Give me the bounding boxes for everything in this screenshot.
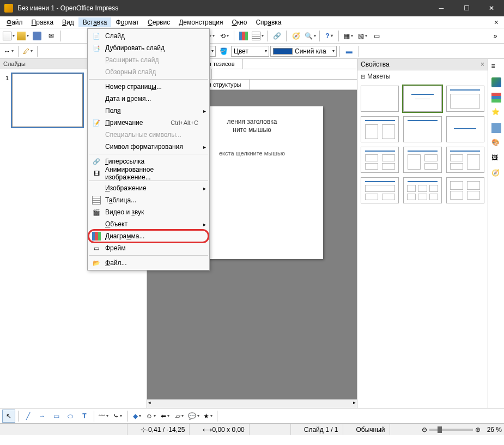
- zoom-in-button[interactable]: ⊕: [475, 426, 481, 434]
- menu-file[interactable]: Файл: [2, 17, 27, 27]
- slide-layout-button[interactable]: ▦: [342, 29, 355, 43]
- video-icon: 🎬: [91, 208, 102, 217]
- save-button[interactable]: [31, 29, 44, 43]
- layout-2x2[interactable]: [361, 147, 399, 173]
- menu-insert-image[interactable]: Изображение: [89, 182, 208, 194]
- close-document-button[interactable]: ×: [491, 18, 502, 27]
- duplicate-icon: 📑: [91, 44, 102, 52]
- maximize-button[interactable]: ☐: [454, 0, 479, 16]
- menu-insert-frame[interactable]: ▭Фрейм: [89, 242, 208, 254]
- menu-insert-duplicate-slide[interactable]: 📑Дублировать слайд: [89, 42, 208, 54]
- menu-format[interactable]: Формат: [111, 17, 143, 27]
- menu-insert-date-time[interactable]: Дата и время...: [89, 93, 208, 105]
- layout-4content[interactable]: [446, 177, 484, 203]
- layout-top-2bottom[interactable]: [361, 177, 399, 203]
- zoom-value[interactable]: 26 %: [487, 426, 502, 434]
- line-arrow-button[interactable]: ↔: [2, 45, 15, 58]
- menubar: Файл Правка Вид Вставка Формат Сервис Де…: [0, 16, 504, 28]
- basic-shapes-tool[interactable]: ◆: [130, 410, 143, 423]
- statusbar: ⊹ -0,41 / -14,25 ⟷ 0,00 x 0,00 Слайд 1 /…: [0, 423, 504, 435]
- connector-tool[interactable]: ⤷: [111, 410, 124, 423]
- callouts-tool[interactable]: 💬: [187, 410, 200, 423]
- menu-insert-object[interactable]: Объект: [89, 218, 208, 230]
- layout-blank[interactable]: [361, 86, 399, 112]
- layout-centered-text[interactable]: [446, 116, 484, 142]
- layout-2left-right[interactable]: [446, 147, 484, 173]
- help-button[interactable]: ?: [323, 29, 336, 43]
- slide-text-placeholder[interactable]: екста щелкните мышью: [192, 150, 312, 157]
- layout-6content[interactable]: [403, 177, 441, 203]
- sidebar-styles-icon[interactable]: 🎨: [491, 139, 501, 148]
- toolbar-more-button[interactable]: »: [489, 29, 502, 43]
- line-tool[interactable]: ╱: [21, 410, 34, 423]
- shadow-button[interactable]: ▬: [343, 45, 356, 58]
- sidebar-properties-icon[interactable]: [491, 77, 501, 87]
- layout-title[interactable]: [403, 86, 441, 112]
- new-doc-button[interactable]: [2, 29, 15, 43]
- fill-color-combo[interactable]: Синий кла: [270, 46, 337, 57]
- fill-type-combo[interactable]: Цвет: [231, 46, 269, 57]
- menu-insert-chart[interactable]: Диаграмма...: [89, 230, 208, 242]
- line-fill-toolbar: ↔ 🖊 ий 🪣 Цвет Синий кла ▬: [0, 44, 504, 59]
- arrow-tool[interactable]: →: [35, 410, 48, 423]
- menu-slideshow[interactable]: Демонстрация: [174, 17, 227, 27]
- layout-title-content[interactable]: [446, 86, 484, 112]
- horizontal-scrollbar[interactable]: [147, 399, 357, 408]
- menu-insert-animated-image[interactable]: 🎞Анимированное изображение...: [89, 167, 208, 179]
- slideshow-button[interactable]: ▭: [370, 29, 383, 43]
- zoom-button[interactable]: 🔍: [303, 29, 317, 43]
- chart-button[interactable]: [237, 29, 250, 43]
- hyperlink-button[interactable]: 🔗: [270, 29, 283, 43]
- table-button[interactable]: [251, 29, 264, 43]
- menu-tools[interactable]: Сервис: [143, 17, 174, 27]
- close-button[interactable]: ✕: [479, 0, 504, 16]
- rectangle-tool[interactable]: ▭: [50, 410, 63, 423]
- standard-toolbar: ✉ ↶ ↷ ⟲ 🔗 🧭 🔍 ? ▦ ▧ ▭ »: [0, 28, 504, 44]
- menu-insert-fields[interactable]: Поля: [89, 105, 208, 117]
- sidebar-gallery-icon[interactable]: 🖼: [491, 154, 501, 164]
- menu-insert-page-number[interactable]: Номер страницы...: [89, 81, 208, 93]
- menu-insert[interactable]: Вставка: [78, 17, 112, 27]
- menu-insert-slide[interactable]: 📄Слайд: [89, 30, 208, 42]
- sidebar-navigator-icon[interactable]: 🧭: [491, 169, 501, 179]
- slide-design-button[interactable]: ▧: [356, 29, 369, 43]
- sidebar-master-icon[interactable]: [491, 93, 501, 103]
- menu-edit[interactable]: Правка: [27, 17, 58, 27]
- email-button[interactable]: ✉: [45, 29, 58, 43]
- layouts-section-header[interactable]: Макеты: [357, 70, 488, 82]
- open-button[interactable]: [16, 29, 29, 43]
- flowchart-tool[interactable]: ▱: [173, 410, 186, 423]
- menu-insert-table[interactable]: Таблица...: [89, 194, 208, 206]
- block-arrows-tool[interactable]: ⬅: [159, 410, 172, 423]
- menu-view[interactable]: Вид: [58, 17, 78, 27]
- curve-tool[interactable]: 〰: [97, 410, 110, 423]
- layout-title-only[interactable]: [403, 116, 441, 142]
- minimize-button[interactable]: ─: [429, 0, 454, 16]
- menu-insert-formatting-mark[interactable]: Символ форматирования: [89, 141, 208, 153]
- layout-left-2right[interactable]: [403, 147, 441, 173]
- zoom-slider[interactable]: [429, 429, 473, 431]
- sidebar-animation-icon[interactable]: ⭐: [491, 108, 501, 118]
- stars-tool[interactable]: ★: [201, 410, 214, 423]
- sidebar-menu-icon[interactable]: ≡: [491, 62, 501, 72]
- menu-insert-video-sound[interactable]: 🎬Видео и звук: [89, 206, 208, 218]
- history-button[interactable]: ⟲: [218, 29, 231, 43]
- menu-help[interactable]: Справка: [251, 17, 286, 27]
- menu-window[interactable]: Окно: [227, 17, 251, 27]
- menu-insert-file[interactable]: 📂Файл...: [89, 257, 208, 269]
- fill-bucket-button[interactable]: 🪣: [217, 45, 230, 58]
- ellipse-tool[interactable]: ⬭: [64, 410, 77, 423]
- line-color-button[interactable]: 🖊: [21, 45, 34, 58]
- text-tool[interactable]: T: [78, 410, 91, 423]
- layout-two-content[interactable]: [361, 116, 399, 142]
- navigator-button[interactable]: 🧭: [289, 29, 302, 43]
- select-tool[interactable]: ↖: [2, 410, 15, 423]
- window-title: Без имени 1 - OpenOffice Impress: [17, 4, 429, 12]
- menu-insert-note[interactable]: 📝ПримечаниеCtrl+Alt+C: [89, 117, 208, 129]
- zoom-out-button[interactable]: ⊖: [422, 426, 427, 434]
- slide-title-placeholder[interactable]: ления заголовка ните мышью: [192, 117, 312, 134]
- sidebar-transition-icon[interactable]: [491, 123, 501, 133]
- symbol-shapes-tool[interactable]: ☺: [144, 410, 157, 423]
- properties-close-button[interactable]: ×: [481, 61, 484, 68]
- slide-thumbnail-1[interactable]: [12, 74, 83, 127]
